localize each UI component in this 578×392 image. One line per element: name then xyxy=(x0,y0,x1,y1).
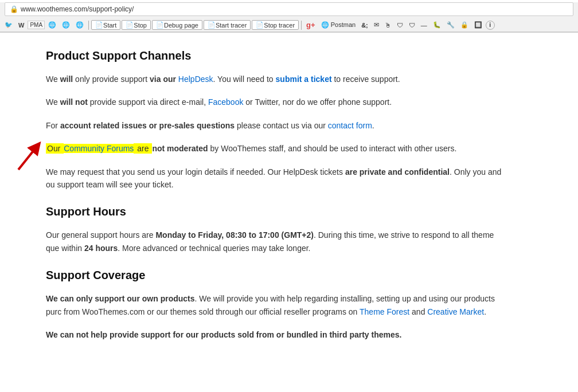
icon3[interactable]: 🌐 xyxy=(73,20,86,30)
para-login-details: We may request that you send us your log… xyxy=(46,166,505,191)
lock-icon: 🔒 xyxy=(10,5,18,13)
start-tracer-icon: 📄 xyxy=(208,21,216,29)
shield-icon2[interactable]: 🛡 xyxy=(407,21,417,30)
svg-line-1 xyxy=(18,147,37,170)
postman-icon[interactable]: 🌐 Postman xyxy=(319,20,358,30)
support-coverage-section: Support Coverage We can only support our… xyxy=(46,266,505,341)
browser-toolbar: 🐦 W PMA 🌐 🌐 🌐 📄 Start 📄 Stop 📄 Debug pag… xyxy=(0,18,578,32)
para-no-email: We will not provide support via direct e… xyxy=(46,96,505,108)
red-arrow-annotation xyxy=(7,136,44,174)
icon2[interactable]: 🌐 xyxy=(60,20,72,30)
shield-icon1[interactable]: 🛡 xyxy=(395,21,405,30)
bug-icon[interactable]: 🐛 xyxy=(431,20,443,30)
bold-will: will xyxy=(60,75,73,84)
ext-icon1[interactable]: 🔧 xyxy=(444,20,457,30)
highlight-are: are xyxy=(134,143,152,154)
bold-24-hours: 24 hours xyxy=(84,244,118,253)
creative-market-link[interactable]: Creative Market xyxy=(427,307,484,316)
separator1 xyxy=(88,21,89,30)
stop-page-icon: 📄 xyxy=(126,21,134,29)
section-heading-support-hours: Support Hours xyxy=(46,202,505,221)
debug-page-button[interactable]: 📄 Debug page xyxy=(152,20,202,30)
page-content: Product Support Channels We will only pr… xyxy=(0,33,516,363)
mail-icon[interactable]: ✉ xyxy=(372,20,381,30)
helpdesk-link[interactable]: HelpDesk xyxy=(178,75,213,84)
highlighted-community-row: Our Community Forums are not moderated b… xyxy=(46,142,505,155)
bold-no-third-party: We can not help provide support for our … xyxy=(46,330,401,339)
submit-ticket-link[interactable]: submit a ticket xyxy=(276,75,332,84)
start-button[interactable]: 📄 Start xyxy=(91,20,120,30)
cursor-icon[interactable]: 🖱 xyxy=(382,21,393,30)
section-heading-product-support: Product Support Channels xyxy=(46,46,505,65)
address-bar[interactable]: 🔒 www.woothemes.com/support-policy/ xyxy=(5,2,573,16)
dash-icon[interactable]: — xyxy=(419,21,429,30)
start-page-icon: 📄 xyxy=(95,21,103,29)
browser-chrome: 🔒 www.woothemes.com/support-policy/ 🐦 W … xyxy=(0,2,578,33)
bold-will-not: will not xyxy=(60,97,88,107)
para-support-hours: Our general support hours are Monday to … xyxy=(46,229,505,254)
debug-page-icon: 📄 xyxy=(156,21,164,29)
para-community-forums: Our Community Forums are not moderated b… xyxy=(46,142,505,155)
stop-tracer-icon: 📄 xyxy=(256,21,264,29)
info-icon[interactable]: i xyxy=(486,21,495,30)
icon1[interactable]: 🌐 xyxy=(46,20,58,30)
support-hours-section: Support Hours Our general support hours … xyxy=(46,202,505,254)
section-heading-support-coverage: Support Coverage xyxy=(46,266,505,284)
highlight-our: Our xyxy=(46,143,64,154)
contact-form-link[interactable]: contact form xyxy=(328,121,372,130)
twitter-icon[interactable]: 🐦 xyxy=(2,20,15,30)
theme-forest-link[interactable]: Theme Forest xyxy=(360,307,409,316)
bold-own-products: We can only support our own products xyxy=(46,294,195,303)
stop-tracer-button[interactable]: 📄 Stop tracer xyxy=(252,20,299,30)
gplus-icon[interactable]: g+ xyxy=(304,19,318,30)
bold-submit-ticket: submit a ticket xyxy=(276,75,332,84)
para-own-products: We can only support our own products. We… xyxy=(46,292,505,318)
bold-private-confidential: are private and confidential xyxy=(345,167,450,177)
separator2 xyxy=(301,21,302,30)
pma-icon[interactable]: PMA xyxy=(28,21,45,29)
bold-via-our: via our xyxy=(150,75,176,84)
url-text: www.woothemes.com/support-policy/ xyxy=(21,5,134,13)
stop-button[interactable]: 📄 Stop xyxy=(122,20,151,30)
para-account-issues: For account related issues or pre-sales … xyxy=(46,119,505,132)
para-helpdesk: We will only provide support via our Hel… xyxy=(46,73,505,85)
ampersand-icon[interactable]: &; xyxy=(359,21,370,30)
start-tracer-button[interactable]: 📄 Start tracer xyxy=(204,20,251,30)
bold-hours: Monday to Friday, 08:30 to 17:00 (GMT+2) xyxy=(155,230,314,240)
facebook-link[interactable]: Facebook xyxy=(208,97,243,107)
para-no-third-party: We can not help provide support for our … xyxy=(46,328,505,341)
community-forums-link[interactable]: Community Forums xyxy=(64,144,134,153)
bold-account-issues: account related issues or pre-sales ques… xyxy=(60,121,235,130)
w-icon[interactable]: W xyxy=(16,21,26,30)
ext-icon3[interactable]: 🔲 xyxy=(472,20,485,30)
ext-icon2[interactable]: 🔒 xyxy=(458,20,471,30)
bold-not-moderated: not moderated xyxy=(152,144,208,153)
